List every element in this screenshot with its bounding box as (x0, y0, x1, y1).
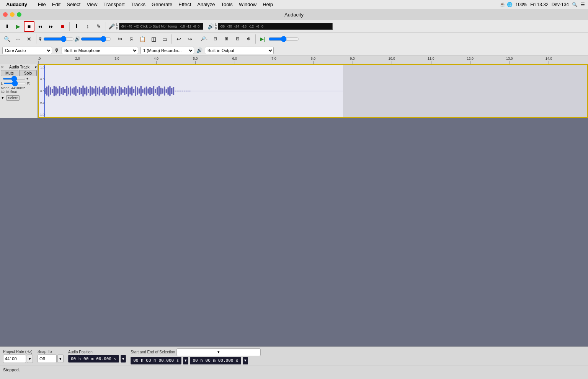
waveform-container (44, 65, 587, 117)
svg-rect-73 (175, 91, 176, 91)
record-button[interactable]: ⏺ (57, 21, 68, 32)
zoom-max-button[interactable]: ⊕ (243, 34, 254, 44)
track-dropdown-button[interactable]: ▾ (35, 65, 37, 69)
audio-position-dropdown[interactable]: ▾ (121, 355, 126, 363)
output-device-select[interactable]: Built-in Output (205, 47, 274, 54)
menubar-edit[interactable]: Edit (49, 0, 64, 9)
pause-button[interactable]: ⏸ (2, 21, 12, 32)
menubar-tools[interactable]: Tools (218, 0, 236, 9)
trim-button[interactable]: ◫ (148, 34, 159, 44)
selection-start-dropdown[interactable]: ▾ (183, 357, 188, 364)
svg-rect-17 (74, 87, 75, 94)
menubar-view[interactable]: View (83, 0, 100, 9)
menubar-help[interactable]: Help (260, 0, 276, 9)
audio-host-select[interactable]: Core Audio (2, 47, 52, 54)
mute-solo-controls: Mute Solo (1, 70, 37, 76)
input-device-select[interactable]: Built-in Microphone (62, 47, 138, 54)
db-1: 1.0 (39, 66, 44, 69)
project-rate-dropdown[interactable]: ▾ (27, 355, 33, 363)
selection-start-value[interactable]: 00 h 00 m 00.000 s (131, 357, 181, 364)
pan-slider[interactable] (3, 83, 26, 84)
track-select-button[interactable]: Select (6, 95, 20, 101)
speaker-icon: 🔊 (207, 23, 214, 29)
svg-rect-76 (180, 91, 181, 91)
ruler-label: 9.0 (350, 57, 355, 60)
menubar-file[interactable]: File (35, 0, 49, 9)
speed-slider[interactable] (268, 36, 299, 42)
transport-toolbar: ⏸ ▶ ■ ⏮ ⏭ ⏺ I ↕ ✎ 🎤 LR -54 -48 -42 Click… (0, 20, 588, 33)
search-icon[interactable]: 🔍 (572, 2, 578, 7)
menubar-select[interactable]: Select (64, 0, 83, 9)
audio-position-value[interactable]: 00 h 00 m 00.000 s (68, 355, 119, 363)
minimize-button[interactable] (10, 12, 15, 17)
menubar-analyze[interactable]: Analyze (194, 0, 218, 9)
menubar-tracks[interactable]: Tracks (128, 0, 149, 9)
project-rate-input[interactable] (3, 355, 26, 363)
volume-slider[interactable] (3, 78, 26, 80)
zoom-normal-button[interactable]: ⊟ (210, 34, 220, 44)
solo-button[interactable]: Solo (19, 70, 37, 76)
menu-icon[interactable]: ☰ (581, 2, 585, 7)
undo-button[interactable]: ↩ (173, 34, 184, 44)
menubar-generate[interactable]: Generate (149, 0, 175, 9)
silence-button[interactable]: ▭ (159, 34, 170, 44)
zoom-out-button[interactable]: 🔎- (199, 34, 209, 44)
play-at-speed-button[interactable]: ▶| (257, 34, 268, 44)
input-meter-container[interactable]: -54 -48 -42 Click to Start Monitoring -1… (119, 23, 203, 30)
zoom-fit-button[interactable]: ⊞ (221, 34, 232, 44)
zoom-in-button[interactable]: 🔍 (2, 34, 12, 44)
selection-end-dropdown[interactable]: ▾ (243, 357, 248, 364)
draw-tool-button[interactable]: ✎ (93, 21, 104, 32)
multi-tool-button[interactable]: ✳ (24, 34, 34, 44)
skip-back-icon: ⏮ (38, 23, 43, 29)
redo-button[interactable]: ↪ (185, 34, 195, 44)
snap-to-dropdown[interactable]: ▾ (57, 355, 64, 363)
select-tool-button[interactable]: I (71, 21, 82, 32)
svg-rect-80 (187, 91, 189, 91)
zoom-normal-icon: ⊟ (214, 36, 217, 41)
track-waveform[interactable]: 1.0 0.5 0.0 -0.5 -1.0 (38, 64, 588, 118)
out-meter-minus18: -18 (242, 24, 247, 28)
skip-fwd-button[interactable]: ⏭ (46, 21, 57, 32)
skip-fwd-icon: ⏭ (49, 23, 54, 29)
menubar-effect[interactable]: Effect (175, 0, 194, 9)
click-monitor-text[interactable]: Click to Start Monitoring (140, 24, 177, 28)
ruler-label: 5.0 (193, 57, 198, 60)
envelope-tool-button[interactable]: ↕ (82, 21, 93, 32)
mute-button[interactable]: Mute (1, 70, 18, 76)
output-meter-container[interactable]: -36 -30 -24 -18 -12 -6 0 (218, 23, 333, 30)
input-channels-select[interactable]: 1 (Mono) Recordin... (140, 47, 194, 54)
menubar-right: ☕ 🌐 100% Fri 13.32 Dev-134 🔍 ☰ (500, 2, 585, 7)
audio-position-display: 00 h 00 m 00.000 s ▾ (68, 355, 126, 363)
track-collapse-icon[interactable]: ▼ (1, 96, 5, 100)
svg-rect-68 (166, 89, 167, 93)
maximize-button[interactable] (17, 12, 21, 17)
skip-back-button[interactable]: ⏮ (35, 21, 46, 32)
svg-rect-34 (104, 86, 106, 96)
stop-button[interactable]: ■ (24, 21, 34, 32)
ruler-tick (353, 61, 353, 64)
db-m05: -0.5 (39, 101, 44, 104)
timeline-ruler: 1.02.03.04.05.06.07.08.09.010.011.012.01… (0, 56, 588, 64)
svg-rect-38 (111, 86, 113, 96)
menubar-window[interactable]: Window (236, 0, 260, 9)
output-volume-slider[interactable] (81, 36, 111, 42)
out-meter-minus30: -30 (227, 24, 232, 28)
play-button[interactable]: ▶ (13, 21, 23, 32)
snap-to-input[interactable] (38, 355, 57, 363)
zoom-sel-button[interactable]: ⊡ (232, 34, 243, 44)
selection-end-value[interactable]: 00 h 00 m 00.000 s (190, 357, 241, 364)
selection-type-dropdown[interactable]: ▾ (176, 348, 261, 356)
paste-button[interactable]: 📋 (137, 34, 148, 44)
cut-button[interactable]: ✂ (115, 34, 126, 44)
menubar-app-name[interactable]: Audacity (3, 0, 30, 9)
svg-rect-78 (184, 91, 185, 91)
copy-button[interactable]: ⎘ (126, 34, 137, 44)
toolbar-separator-7 (197, 34, 197, 44)
svg-rect-79 (186, 91, 187, 91)
close-button[interactable] (3, 12, 8, 17)
menubar-transport[interactable]: Transport (100, 0, 127, 9)
time-shift-button[interactable]: ↔ (13, 34, 23, 44)
input-volume-slider[interactable] (43, 36, 74, 42)
track-close-button[interactable]: ✕ (1, 65, 4, 69)
